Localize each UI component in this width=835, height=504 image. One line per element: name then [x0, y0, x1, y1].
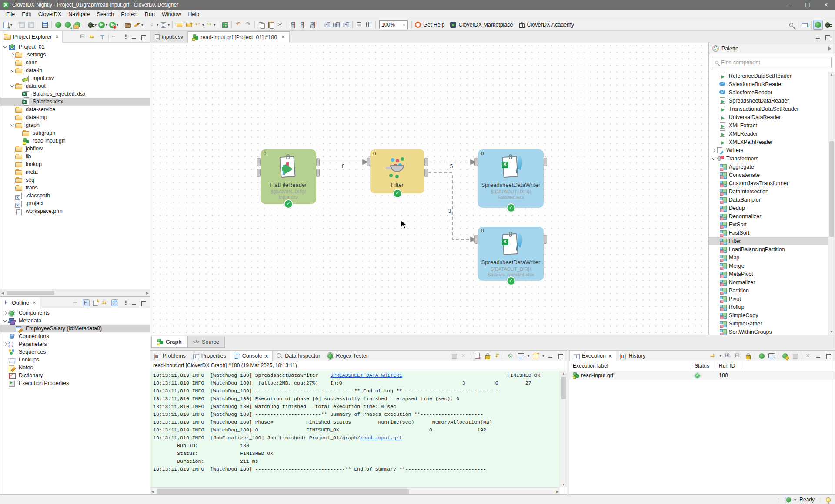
new-folder-button[interactable] [174, 20, 184, 30]
execution-tab-execution[interactable]: Execution✕ [569, 351, 616, 361]
minimize-view-icon[interactable] [815, 352, 822, 359]
collapse-palette-icon[interactable] [828, 46, 831, 51]
tree-item[interactable]: Connections [0, 332, 150, 340]
editor-tab[interactable]: input.csv [150, 31, 188, 43]
tree-view-icon[interactable] [83, 299, 90, 306]
zoom-select[interactable]: 100% [379, 20, 408, 29]
tree-expander-icon[interactable] [2, 318, 8, 324]
component-spreadsheetdatawriter[interactable]: 0SpreadsheetDataWriter${DATAOUT_DIR}/Sal… [478, 227, 544, 281]
menu-search[interactable]: Search [94, 10, 118, 19]
distribute-horizontal-button[interactable] [322, 20, 331, 30]
tree-item[interactable]: meta [0, 168, 150, 176]
tree-expander-icon[interactable] [2, 310, 8, 316]
run-graph-button[interactable] [97, 20, 108, 30]
view-tab-graph[interactable]: Graph [151, 336, 187, 348]
back-button[interactable] [194, 20, 205, 30]
palette-item-extsort[interactable]: ExtSort [709, 220, 828, 229]
tree-expander-icon[interactable] [9, 52, 15, 58]
filter-executions-icon[interactable] [710, 352, 717, 359]
palette-item-merge[interactable]: Merge [709, 262, 828, 270]
tree-item[interactable]: Parameters [0, 340, 150, 348]
menu-edit[interactable]: Edit [18, 10, 35, 19]
align-left-button[interactable] [289, 20, 299, 30]
column-header[interactable]: Execution label [569, 361, 691, 371]
cloverdx-server-button[interactable] [53, 20, 63, 30]
collapse-all-icon[interactable] [735, 352, 741, 359]
palette-item-spreadsheetdatareader[interactable]: SpreadsheetDataReader [709, 96, 828, 105]
palette-item-xmlextract[interactable]: XMLExtract [709, 121, 828, 129]
palette-item-sortwithingroups[interactable]: SortWithinGroups [709, 328, 828, 335]
redo-button[interactable] [243, 20, 253, 30]
console-link[interactable]: read-input.grf [360, 435, 402, 441]
show-console-icon[interactable] [768, 352, 775, 359]
scroll-lock-icon[interactable] [484, 352, 491, 359]
palette-item-dataintersection[interactable]: DataIntersection [709, 187, 828, 196]
remove-execution-icon[interactable] [805, 352, 812, 359]
console-tab-data-inspector[interactable]: Data Inspector [273, 351, 324, 361]
palette-scrollbar[interactable]: ▲ ▼ [828, 72, 835, 335]
tree-item[interactable]: Execution Properties [0, 379, 150, 387]
maximize-view-icon[interactable] [140, 33, 147, 40]
tree-item[interactable]: trans [0, 184, 150, 192]
minimize-view-icon[interactable] [130, 33, 137, 40]
layout-rows-button[interactable] [354, 20, 364, 30]
save-button[interactable] [17, 20, 27, 30]
close-outline-icon[interactable]: ✕ [33, 300, 36, 305]
view-menu-icon[interactable] [121, 299, 128, 306]
outline-button[interactable] [159, 20, 170, 30]
open-project-button[interactable] [123, 20, 133, 30]
close-tab-icon[interactable]: ✕ [264, 353, 269, 359]
cloverdx-perspective-button[interactable] [813, 20, 823, 30]
server-status-icon[interactable] [785, 497, 791, 503]
open-console-icon[interactable] [532, 352, 539, 359]
menu-navigate[interactable]: Navigate [65, 10, 93, 19]
palette-item-metapivot[interactable]: MetaPivot [709, 270, 828, 278]
palette-item-loadbalancingpartition[interactable]: LoadBalancingPartition [709, 245, 828, 253]
column-header[interactable]: Run ID [715, 361, 741, 371]
tab-project-explorer[interactable]: Project Explorer ✕ [0, 31, 63, 43]
tree-item[interactable]: data-out [0, 82, 150, 90]
explorer-horizontal-scrollbar[interactable]: ◀ ▶ [0, 289, 150, 296]
close-project-explorer-icon[interactable]: ✕ [55, 34, 59, 39]
tree-expander-icon[interactable] [2, 341, 8, 347]
minimize-view-icon[interactable] [130, 299, 137, 306]
section-expander-icon[interactable] [711, 156, 717, 162]
layout-columns-button[interactable] [364, 20, 374, 30]
palette-item-universaldatareader[interactable]: UniversalDataReader [709, 113, 828, 121]
new-file-button[interactable] [184, 20, 194, 30]
close-tab-icon[interactable]: ✕ [281, 35, 284, 40]
console-horizontal-scrollbar[interactable]: ◀ ▶ [150, 487, 560, 494]
close-window-button[interactable] [817, 0, 835, 10]
tree-item[interactable]: Salaries.xlsx [0, 98, 150, 106]
component-filter[interactable]: 0Filter [370, 149, 424, 193]
palette-item-transactionaldatasetreader[interactable]: TransactionalDataSetReader [709, 105, 828, 113]
tree-item[interactable]: subgraph [0, 129, 150, 137]
tree-item[interactable]: read-input.grf [0, 137, 150, 145]
palette-item-pivot[interactable]: Pivot [709, 295, 828, 303]
run-configuration-button[interactable] [108, 20, 119, 30]
maximize-window-button[interactable] [798, 0, 817, 10]
console-link[interactable]: SPREADSHEET DATA WRITER1 [330, 372, 402, 378]
tree-item[interactable]: .classpath [0, 192, 150, 199]
undo-button[interactable] [234, 20, 243, 30]
save-all-button[interactable] [27, 20, 36, 30]
view-tab-source[interactable]: </>Source [187, 336, 225, 348]
console-tab-regex-tester[interactable]: Regex Tester [324, 351, 371, 361]
open-graph-icon[interactable] [759, 353, 765, 359]
maximize-view-icon[interactable] [825, 352, 832, 359]
palette-item-dedup[interactable]: Dedup [709, 204, 828, 212]
column-header[interactable]: Status [691, 361, 715, 371]
tree-expander-icon[interactable] [2, 44, 8, 50]
component-flatfilereader[interactable]: 0FlatFileReader${DATAIN_DIR}/input.csv [261, 149, 316, 204]
tree-item[interactable]: graph [0, 121, 150, 129]
chevron-down-icon[interactable]: ▾ [794, 498, 796, 502]
palette-item-simplecopy[interactable]: SimpleCopy [709, 311, 828, 319]
palette-item-xmlxpathreader[interactable]: XMLXPathReader [709, 138, 828, 146]
tree-item[interactable]: jobflow [0, 145, 150, 153]
section-expander-icon[interactable] [711, 147, 717, 153]
console-tab-properties[interactable]: Properties [189, 351, 230, 361]
palette-section-transformers[interactable]: Transformers [709, 154, 828, 162]
tree-item[interactable]: .settings [0, 51, 150, 59]
copy-button[interactable] [257, 20, 266, 30]
distribute-vertical-button[interactable] [331, 20, 341, 30]
